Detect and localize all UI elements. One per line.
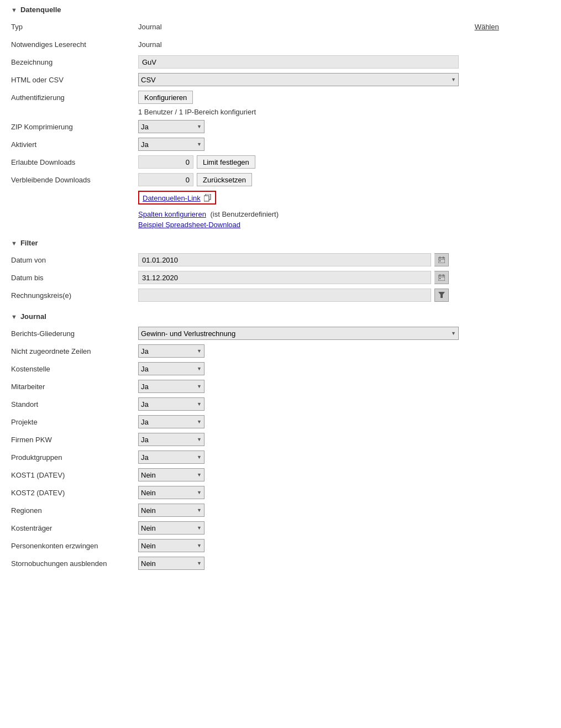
html-csv-select[interactable]: CSV HTML (138, 73, 459, 86)
html-csv-label: HTML oder CSV (11, 76, 138, 84)
stornobuchungen-label: Stornobuchungen ausblenden (11, 559, 138, 568)
datum-bis-row: Datum bis (11, 270, 550, 285)
regionen-select[interactable]: Nein Ja (138, 504, 205, 517)
produktgruppen-select[interactable]: Ja Nein (138, 451, 205, 464)
filter-section: ▼ Filter Datum von Datum bis (11, 239, 550, 302)
standort-value: Ja Nein (138, 397, 550, 411)
berichts-select[interactable]: Gewinn- und Verlustrechnung Bilanz Sonst… (138, 327, 459, 340)
mitarbeiter-row: Mitarbeiter Ja Nein (11, 379, 550, 394)
kost1-select-wrapper: Nein Ja (138, 468, 205, 481)
datenquellen-link-row: Datenquellen-Link (138, 190, 550, 205)
aktiviert-select[interactable]: Ja Nein (138, 138, 205, 151)
copy-icon (204, 194, 212, 202)
nicht-zugeord-select[interactable]: Ja Nein (138, 344, 205, 358)
personenkonten-row: Personenkonten erzwingen Nein Ja (11, 538, 550, 553)
projekte-select[interactable]: Ja Nein (138, 415, 205, 428)
auth-value-container: Konfigurieren (138, 91, 550, 104)
verbleibende-value-container: Zurücksetzen (138, 173, 550, 186)
datenquellen-link-text[interactable]: Datenquellen-Link (143, 194, 201, 202)
auth-info-text: 1 Benutzer / 1 IP-Bereich konfiguriert (138, 108, 550, 116)
kostentraeger-select[interactable]: Nein Ja (138, 521, 205, 535)
kostenstelle-row: Kostenstelle Ja Nein (11, 362, 550, 376)
beispiel-link-row: Beispiel Spreadsheet-Download (138, 221, 550, 229)
firmen-pkw-select[interactable]: Ja Nein (138, 433, 205, 446)
datum-von-calendar-button[interactable] (434, 253, 449, 266)
berichts-row: Berichts-Gliederung Gewinn- und Verlustr… (11, 326, 550, 341)
berichts-select-wrapper: Gewinn- und Verlustrechnung Bilanz Sonst… (138, 327, 459, 340)
verbleibende-input[interactable] (138, 173, 193, 186)
rechnungskreis-label: Rechnungskreis(e) (11, 291, 138, 300)
aktiviert-value-container: Ja Nein (138, 138, 550, 151)
projekte-label: Projekte (11, 418, 138, 426)
erlaubte-value-container: Limit festlegen (138, 155, 550, 169)
limit-button[interactable]: Limit festlegen (197, 155, 255, 169)
auth-row: Authentifizierung Konfigurieren (11, 90, 550, 104)
regionen-select-wrapper: Nein Ja (138, 504, 205, 517)
firmen-pkw-label: Firmen PKW (11, 436, 138, 444)
kost1-select[interactable]: Nein Ja (138, 468, 205, 481)
leserecht-value-container: Journal (138, 40, 550, 49)
waehlen-link[interactable]: Wählen (475, 23, 499, 31)
rechnungskreis-input[interactable] (138, 289, 431, 302)
mitarbeiter-value: Ja Nein (138, 380, 550, 393)
zuruecksetzen-button[interactable]: Zurücksetzen (197, 173, 252, 186)
datenquelle-section: ▼ Datenquelle Typ Journal Wählen Notwend… (11, 6, 550, 229)
svg-rect-2 (438, 258, 445, 263)
kost2-value: Nein Ja (138, 486, 550, 499)
standort-row: Standort Ja Nein (11, 397, 550, 411)
svg-rect-7 (438, 275, 445, 281)
auth-label: Authentifizierung (11, 93, 138, 102)
datum-von-input[interactable] (138, 253, 431, 266)
kost1-value: Nein Ja (138, 468, 550, 481)
svg-rect-11 (439, 278, 441, 279)
rechnungskreis-row: Rechnungskreis(e) (11, 288, 550, 302)
nicht-zugeord-select-wrapper: Ja Nein (138, 344, 205, 358)
beispiel-link[interactable]: Beispiel Spreadsheet-Download (138, 221, 240, 229)
kost2-row: KOST2 (DATEV) Nein Ja (11, 485, 550, 500)
svg-rect-6 (439, 260, 441, 261)
typ-row: Typ Journal Wählen (11, 19, 550, 34)
erlaubte-row: Erlaubte Downloads Limit festlegen (11, 155, 550, 169)
firmen-pkw-row: Firmen PKW Ja Nein (11, 432, 550, 447)
firmen-pkw-value: Ja Nein (138, 433, 550, 446)
standort-select-wrapper: Ja Nein (138, 397, 205, 411)
kost2-select[interactable]: Nein Ja (138, 486, 205, 499)
svg-marker-12 (438, 292, 445, 298)
stornobuchungen-select[interactable]: Nein Ja (138, 557, 205, 570)
aktiviert-select-wrapper: Ja Nein (138, 138, 205, 151)
nicht-zugeord-row: Nicht zugeordnete Zeilen Ja Nein (11, 344, 550, 358)
typ-label: Typ (11, 23, 138, 31)
erlaubte-input[interactable] (138, 155, 193, 169)
datum-bis-input[interactable] (138, 271, 431, 284)
produktgruppen-row: Produktgruppen Ja Nein (11, 450, 550, 464)
kostenstelle-value: Ja Nein (138, 362, 550, 375)
stornobuchungen-row: Stornobuchungen ausblenden Nein Ja (11, 556, 550, 570)
zip-row: ZIP Komprimierung Ja Nein (11, 119, 550, 134)
bezeichnung-input[interactable] (138, 55, 459, 69)
verbleibende-label: Verbleibende Downloads (11, 176, 138, 184)
produktgruppen-value: Ja Nein (138, 451, 550, 464)
zip-select-wrapper: Ja Nein (138, 120, 205, 133)
journal-section: ▼ Journal Berichts-Gliederung Gewinn- un… (11, 312, 550, 570)
datenquellen-link-box[interactable]: Datenquellen-Link (138, 191, 216, 205)
bezeichnung-row: Bezeichnung (11, 55, 550, 69)
kostenstelle-select[interactable]: Ja Nein (138, 362, 205, 375)
leserecht-label: Notwendiges Leserecht (11, 40, 138, 49)
html-csv-select-wrapper: CSV HTML (138, 73, 459, 86)
kostentraeger-select-wrapper: Nein Ja (138, 521, 205, 535)
rechnungskreis-filter-button[interactable] (434, 289, 449, 302)
kostentraeger-value: Nein Ja (138, 521, 550, 535)
kostenstelle-select-wrapper: Ja Nein (138, 362, 205, 375)
spalten-konfigurieren-link[interactable]: Spalten konfigurieren (138, 210, 206, 218)
nicht-zugeord-label: Nicht zugeordnete Zeilen (11, 347, 138, 355)
kost1-label: KOST1 (DATEV) (11, 471, 138, 479)
datum-bis-calendar-button[interactable] (434, 271, 449, 284)
zip-select[interactable]: Ja Nein (138, 120, 205, 133)
datenquelle-header: ▼ Datenquelle (11, 6, 550, 14)
personenkonten-select[interactable]: Nein Ja (138, 539, 205, 552)
mitarbeiter-select[interactable]: Ja Nein (138, 380, 205, 393)
standort-select[interactable]: Ja Nein (138, 397, 205, 411)
kostentraeger-label: Kostenträger (11, 524, 138, 532)
filter-arrow: ▼ (11, 240, 17, 247)
konfigurieren-button[interactable]: Konfigurieren (138, 91, 193, 104)
